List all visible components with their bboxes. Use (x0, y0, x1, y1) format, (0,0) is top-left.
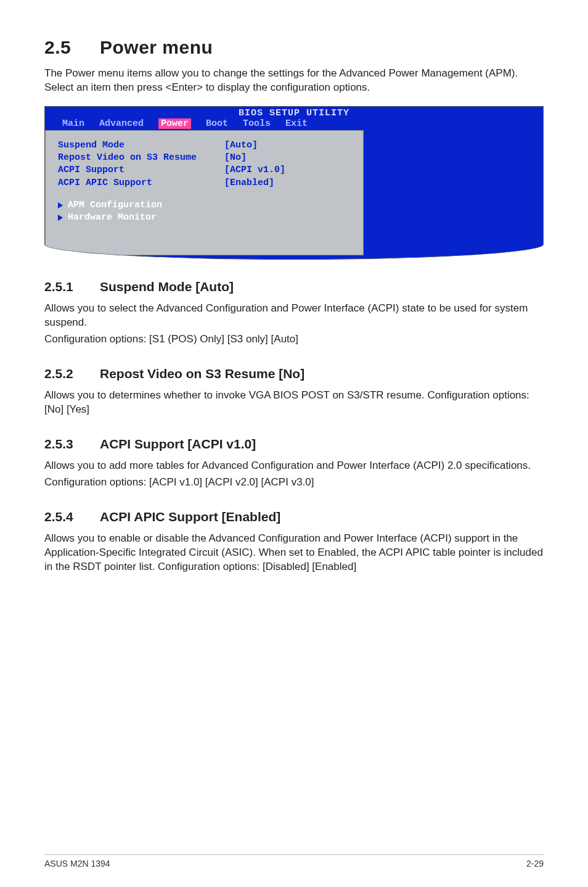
intro-paragraph: The Power menu items allow you to change… (44, 67, 544, 95)
section-title: Power menu (100, 37, 213, 57)
bios-value: [No] (224, 152, 247, 164)
subsection-title: ACPI Support [ACPI v1.0] (100, 437, 256, 451)
bios-row-acpi-apic-support[interactable]: ACPI APIC Support [Enabled] (58, 177, 351, 189)
paragraph: Configuration options: [S1 (POS) Only] [… (44, 332, 544, 347)
subsection-title: ACPI APIC Support [Enabled] (100, 510, 280, 524)
bios-menu-advanced[interactable]: Advanced (99, 118, 144, 129)
bios-submenu-label: Hardware Monitor (68, 212, 157, 224)
bios-label: ACPI APIC Support (58, 177, 224, 189)
bios-label: Repost Video on S3 Resume (58, 152, 224, 164)
subsection-number: 2.5.3 (44, 437, 100, 452)
triangle-right-icon (58, 202, 63, 208)
bios-submenu-hw-monitor[interactable]: Hardware Monitor (58, 212, 351, 224)
bios-value: [Enabled] (224, 177, 274, 189)
footer-left: ASUS M2N 1394 (44, 859, 110, 868)
triangle-right-icon (58, 215, 63, 221)
paragraph: Allows you to determines whether to invo… (44, 389, 544, 417)
footer-right: 2-29 (526, 859, 544, 868)
bios-row-repost-video[interactable]: Repost Video on S3 Resume [No] (58, 152, 351, 164)
bios-menubar: Main Advanced Power Boot Tools Exit (45, 118, 543, 130)
bios-value: [ACPI v1.0] (224, 164, 285, 176)
page-footer: ASUS M2N 1394 2-29 (44, 854, 544, 868)
bios-menu-exit[interactable]: Exit (285, 118, 308, 129)
subsection-number: 2.5.2 (44, 366, 100, 381)
bios-content-pane: Suspend Mode [Auto] Repost Video on S3 R… (45, 130, 364, 256)
paragraph: Allows you to enable or disable the Adva… (44, 532, 544, 574)
bios-value: [Auto] (224, 139, 258, 152)
subsection-title: Suspend Mode [Auto] (100, 279, 234, 294)
subheading-2-5-4: 2.5.4ACPI APIC Support [Enabled] (44, 510, 544, 524)
bios-row-acpi-support[interactable]: ACPI Support [ACPI v1.0] (58, 164, 351, 176)
bios-submenu-label: APM Configuration (68, 199, 162, 212)
bios-title: BIOS SETUP UTILITY (45, 107, 543, 118)
bios-label: Suspend Mode (58, 139, 224, 152)
subsection-title: Repost Video on S3 Resume [No] (100, 366, 304, 381)
section-heading: 2.5Power menu (44, 37, 544, 58)
subheading-2-5-1: 2.5.1Suspend Mode [Auto] (44, 279, 544, 294)
bios-help-pane (364, 130, 543, 256)
bios-screenshot: BIOS SETUP UTILITY Main Advanced Power B… (44, 106, 544, 260)
bios-menu-boot[interactable]: Boot (206, 118, 228, 129)
bios-menu-power[interactable]: Power (158, 118, 191, 129)
subsection-number: 2.5.1 (44, 279, 100, 294)
section-number: 2.5 (44, 37, 100, 58)
subheading-2-5-2: 2.5.2Repost Video on S3 Resume [No] (44, 366, 544, 381)
bios-label: ACPI Support (58, 164, 224, 176)
subheading-2-5-3: 2.5.3ACPI Support [ACPI v1.0] (44, 437, 544, 452)
subsection-number: 2.5.4 (44, 510, 100, 524)
paragraph: Allows you to select the Advanced Config… (44, 302, 544, 330)
paragraph: Allows you to add more tables for Advanc… (44, 459, 544, 473)
bios-menu-main[interactable]: Main (62, 118, 84, 129)
paragraph: Configuration options: [ACPI v1.0] [ACPI… (44, 476, 544, 490)
bios-row-suspend-mode[interactable]: Suspend Mode [Auto] (58, 139, 351, 152)
bios-submenu-apm[interactable]: APM Configuration (58, 199, 351, 212)
bios-menu-tools[interactable]: Tools (243, 118, 271, 129)
